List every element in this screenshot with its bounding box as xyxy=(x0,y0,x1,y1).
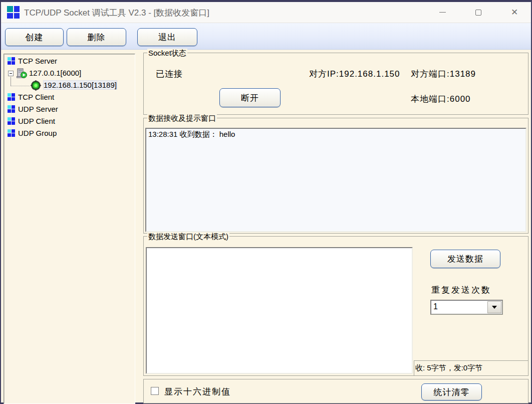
clear-stats-button[interactable]: 统计清零 xyxy=(421,383,482,400)
maximize-button[interactable] xyxy=(466,2,491,23)
send-input[interactable] xyxy=(146,247,413,374)
app-window: TCP/UDP Socket 调试工具 V2.3 - [数据收发窗口] ✕ 创建… xyxy=(0,0,532,404)
delete-button[interactable]: 删除 xyxy=(67,28,126,46)
tree-item-udp-group[interactable]: UDP Group xyxy=(4,127,135,139)
minimize-button[interactable] xyxy=(430,2,455,23)
send-group-title: 数据发送窗口(文本模式) xyxy=(147,232,229,242)
byte-stats-text: 收: 5字节，发:0字节 xyxy=(415,363,482,372)
app-icon xyxy=(7,6,20,19)
title-bar: TCP/UDP Socket 调试工具 V2.3 - [数据收发窗口] ✕ xyxy=(1,2,531,23)
repeat-count-value: 1 xyxy=(433,302,438,311)
receive-log-line: 13:28:31 收到数据： hello xyxy=(148,130,235,138)
tree-item-label: TCP Server xyxy=(18,57,57,65)
tree-item-tcp-client[interactable]: TCP Client xyxy=(4,91,135,103)
exit-button[interactable]: 退出 xyxy=(137,28,197,46)
create-button[interactable]: 创建 xyxy=(5,28,64,46)
send-data-button[interactable]: 发送数据 xyxy=(430,250,500,268)
receive-group: 数据接收及提示窗口 13:28:31 收到数据： hello xyxy=(143,118,528,234)
tree-connector xyxy=(11,86,30,86)
tree-connector xyxy=(11,77,11,86)
close-icon: ✕ xyxy=(511,7,518,18)
peer-ip-text: 对方IP:192.168.1.150 xyxy=(309,68,400,80)
send-group: 数据发送窗口(文本模式) 发送数据 重复发送次数 1 收: 5字节，发:0字节 xyxy=(143,236,528,376)
tree-item-local-server[interactable]: 127.0.0.1[6000] xyxy=(4,67,135,79)
tree-item-udp-server[interactable]: UDP Server xyxy=(4,103,135,115)
connection-status-text: 已连接 xyxy=(156,68,183,80)
tree-item-label: UDP Group xyxy=(18,129,57,137)
tree-item-label: TCP Client xyxy=(18,93,54,101)
close-button[interactable]: ✕ xyxy=(502,2,527,23)
repeat-count-label: 重复发送次数 xyxy=(431,284,491,296)
tcp-server-icon xyxy=(8,57,15,65)
tree-item-connection[interactable]: 192.168.1.150[13189] xyxy=(4,79,135,91)
tree-item-label: 127.0.0.1[6000] xyxy=(29,69,81,77)
toolbar: 创建 删除 退出 xyxy=(1,23,531,50)
tree-item-label: UDP Client xyxy=(18,117,55,125)
collapse-icon[interactable] xyxy=(8,71,14,76)
receive-group-title: 数据接收及提示窗口 xyxy=(147,114,217,123)
hex-display-label: 显示十六进制值 xyxy=(164,386,231,397)
byte-stats-panel: 收: 5字节，发:0字节 xyxy=(414,360,528,376)
peer-port-text: 对方端口:13189 xyxy=(411,68,476,80)
connection-tree: TCP Server 127.0.0.1[6000] xyxy=(4,54,135,404)
connection-target-icon xyxy=(31,80,41,91)
local-port-text: 本地端口:6000 xyxy=(411,93,471,105)
udp-server-icon xyxy=(8,105,15,113)
window-title: TCP/UDP Socket 调试工具 V2.3 - [数据收发窗口] xyxy=(24,7,209,19)
bottom-options-panel: 显示十六进制值 统计清零 xyxy=(143,379,528,403)
maximize-icon xyxy=(475,10,481,16)
udp-client-icon xyxy=(8,117,15,125)
server-host-icon xyxy=(16,68,27,79)
receive-log[interactable]: 13:28:31 收到数据： hello xyxy=(145,128,526,232)
tree-item-label: 192.168.1.150[13189] xyxy=(44,81,117,89)
tree-item-label: UDP Server xyxy=(18,105,58,113)
repeat-count-combobox[interactable]: 1 xyxy=(430,300,503,315)
minimize-icon xyxy=(439,12,446,13)
udp-group-icon xyxy=(8,129,15,137)
chevron-down-icon[interactable] xyxy=(487,301,501,313)
tree-item-tcp-server[interactable]: TCP Server xyxy=(4,55,135,67)
socket-status-group: Socket状态 已连接 对方IP:192.168.1.150 对方端口:131… xyxy=(143,53,528,115)
tree-item-udp-client[interactable]: UDP Client xyxy=(4,115,135,127)
tcp-client-icon xyxy=(8,93,15,101)
hex-display-checkbox[interactable] xyxy=(151,387,159,395)
disconnect-button[interactable]: 断开 xyxy=(219,88,281,107)
socket-status-group-title: Socket状态 xyxy=(147,49,187,58)
